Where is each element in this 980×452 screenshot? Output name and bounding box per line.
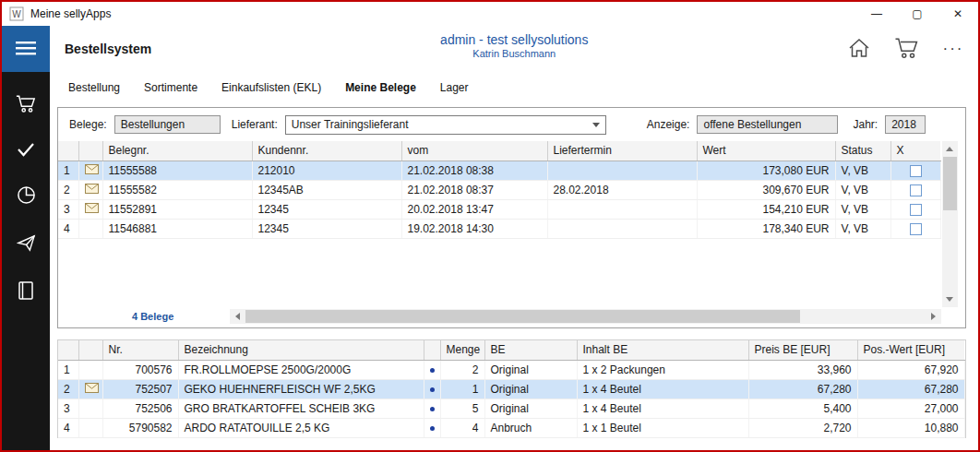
cell-wert: 154,210 EUR	[697, 199, 835, 219]
window-title: Meine sellyApps	[30, 7, 111, 20]
svg-text:W: W	[12, 9, 21, 19]
cell-vom: 19.02.2018 14:30	[401, 219, 547, 238]
sidebar-item-cart[interactable]	[16, 94, 36, 116]
cell-pos-wert: 27,000	[857, 398, 964, 418]
orders-header-row: Belegnr. Kundennr. vom Liefertermin Wert…	[58, 141, 940, 161]
orders-footer: 4 Belege	[58, 307, 965, 327]
lieferant-select[interactable]: Unser Trainingslieferant	[285, 115, 606, 135]
pie-chart-icon	[17, 185, 36, 208]
cell-inhalt-be: 1 x 1 Beutel	[577, 418, 748, 437]
menu-button[interactable]	[2, 26, 50, 72]
col-kundennr[interactable]: Kundennr.	[252, 141, 401, 161]
cell-status: V, VB	[835, 199, 890, 219]
vertical-scrollbar[interactable]	[942, 141, 958, 307]
table-row[interactable]: 2752507GEKO HUEHNERFLEISCH WF 2,5KG1Orig…	[58, 379, 964, 398]
scroll-down-button[interactable]	[942, 291, 958, 307]
sidebar-item-confirm[interactable]	[17, 142, 35, 160]
home-button[interactable]	[848, 38, 870, 61]
col-liefertermin[interactable]: Liefertermin	[547, 141, 697, 161]
sidebar-item-catalog[interactable]	[18, 281, 34, 303]
col-menge[interactable]: Menge	[440, 340, 484, 360]
row-checkbox[interactable]	[910, 204, 922, 216]
tab-meine-belege[interactable]: Meine Belege	[345, 81, 416, 94]
mail-icon	[85, 184, 99, 194]
col-vom[interactable]: vom	[401, 141, 547, 161]
row-mail-cell	[78, 379, 102, 398]
col-inhalt-be[interactable]: Inhalt BE	[577, 340, 748, 360]
table-row[interactable]: 3752506GRO BRATKARTOFFEL SCHEIB 3KG5Orig…	[58, 398, 964, 418]
row-number: 1	[58, 161, 78, 180]
table-row[interactable]: 4115468811234519.02.2018 14:30178,340 EU…	[58, 219, 940, 238]
row-number: 1	[58, 360, 78, 379]
row-mail-cell	[78, 199, 102, 219]
horizontal-scrollbar[interactable]	[230, 309, 941, 324]
table-row[interactable]: 45790582ARDO RATATOUILLE 2,5 KG4Anbruch1…	[58, 418, 964, 437]
jahr-field[interactable]: 2018	[885, 115, 926, 134]
col-status[interactable]: Status	[835, 141, 890, 161]
cell-pos-wert: 67,920	[857, 360, 964, 379]
col-nr[interactable]: Nr.	[102, 340, 178, 360]
cell-menge: 5	[440, 398, 484, 418]
row-mail-cell	[78, 360, 102, 379]
col-bezeichnung[interactable]: Bezeichnung	[178, 340, 424, 360]
col-wert[interactable]: Wert	[697, 141, 835, 161]
col-belegnr[interactable]: Belegnr.	[102, 141, 252, 161]
cell-liefertermin	[547, 219, 697, 238]
table-row[interactable]: 1700576FR.ROLLMOEPSE 2500G/2000G2Origina…	[58, 360, 964, 379]
scroll-up-button[interactable]	[942, 141, 958, 157]
row-checkbox[interactable]	[910, 184, 922, 196]
cart-button[interactable]	[894, 37, 919, 62]
cell-belegnr: 11546881	[102, 219, 252, 238]
filter-bar: Belege: Bestellungen Lieferant: Unser Tr…	[58, 108, 965, 141]
col-pos-wert[interactable]: Pos.-Wert [EUR]	[857, 340, 964, 360]
items-header-row: Nr. Bezeichnung Menge BE Inhalt BE Preis…	[58, 340, 964, 360]
row-checkbox[interactable]	[910, 165, 922, 177]
col-x[interactable]: X	[890, 141, 940, 161]
table-row[interactable]: 3115528911234520.02.2018 13:47154,210 EU…	[58, 199, 940, 219]
cell-belegnr: 11552891	[102, 199, 252, 219]
jahr-label: Jahr:	[853, 118, 878, 131]
cell-menge: 2	[440, 360, 484, 379]
row-mail-cell	[78, 418, 102, 437]
minimize-button[interactable]: —	[856, 2, 897, 26]
belege-field[interactable]: Bestellungen	[114, 115, 221, 134]
mail-icon	[85, 203, 99, 213]
sidebar-item-statistics[interactable]	[17, 185, 36, 208]
chevron-down-icon	[592, 123, 600, 127]
cell-nr: 5790582	[102, 418, 178, 437]
arrow-left-icon	[235, 313, 240, 320]
cart-icon	[894, 37, 919, 59]
close-button[interactable]: ✕	[938, 2, 978, 26]
table-row[interactable]: 11155558821201021.02.2018 08:38173,080 E…	[58, 161, 940, 180]
horizontal-scrollbar-thumb[interactable]	[245, 310, 800, 323]
cell-be: Original	[484, 398, 577, 418]
tab-lager[interactable]: Lager	[440, 81, 469, 94]
row-checkbox[interactable]	[910, 223, 922, 235]
cell-kundennr: 12345	[252, 199, 401, 219]
cell-preis-be: 2,720	[748, 418, 857, 437]
cell-inhalt-be: 1 x 4 Beutel	[577, 379, 748, 398]
arrow-right-icon	[931, 313, 936, 320]
tab-bestellung[interactable]: Bestellung	[68, 81, 120, 94]
tab-einkaufslisten[interactable]: Einkaufslisten (EKL)	[221, 81, 321, 94]
maximize-button[interactable]: ▢	[897, 2, 938, 26]
scroll-left-button[interactable]	[230, 309, 245, 324]
orders-panel: Belege: Bestellungen Lieferant: Unser Tr…	[57, 107, 966, 328]
table-row[interactable]: 21155558212345AB21.02.2018 08:3728.02.20…	[58, 180, 940, 199]
titlebar: W Meine sellyApps — ▢ ✕	[2, 2, 978, 26]
anzeige-field[interactable]: offene Bestellungen	[697, 115, 838, 134]
tab-sortimente[interactable]: Sortimente	[144, 81, 197, 94]
vertical-scrollbar-thumb[interactable]	[943, 157, 957, 210]
cell-nr: 752506	[102, 398, 178, 418]
col-preis-be[interactable]: Preis BE [EUR]	[748, 340, 857, 360]
more-button[interactable]: ···	[943, 44, 964, 54]
items-grid: Nr. Bezeichnung Menge BE Inhalt BE Preis…	[57, 339, 966, 438]
sidebar-item-send[interactable]	[17, 233, 36, 256]
cell-liefertermin: 28.02.2018	[547, 180, 697, 199]
cell-dot	[424, 360, 440, 379]
cell-x	[890, 219, 940, 238]
col-be[interactable]: BE	[484, 340, 577, 360]
row-mail-cell	[78, 219, 102, 238]
status-dot-icon	[430, 426, 435, 431]
scroll-right-button[interactable]	[926, 309, 941, 324]
